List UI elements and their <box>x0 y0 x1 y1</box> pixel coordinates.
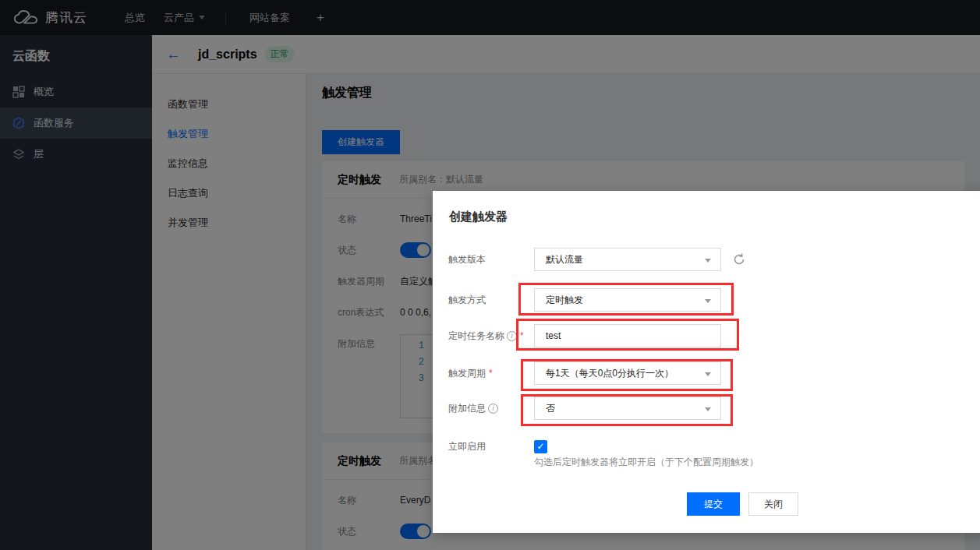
field-label-text: 定时任务名称 <box>448 330 504 343</box>
modal-row-task-name: 定时任务名称 * <box>448 324 721 347</box>
modal-row-extra: 附加信息 否 <box>448 397 721 420</box>
trigger-method-select[interactable]: 定时触发 <box>534 288 721 312</box>
chevron-down-icon <box>705 299 711 303</box>
field-label: 触发周期 * <box>448 367 534 380</box>
required-asterisk: * <box>489 368 493 379</box>
field-label: 定时任务名称 * <box>448 330 534 343</box>
trigger-cycle-select[interactable]: 每1天（每天0点0分执行一次） <box>534 361 721 385</box>
field-label: 附加信息 <box>448 402 534 415</box>
app: 腾讯云 总览 云产品 网站备案 + 云函数 概览 <box>0 0 980 550</box>
modal-row-method: 触发方式 定时触发 <box>448 288 721 312</box>
modal-row-version: 触发版本 默认流量 <box>448 248 746 271</box>
field-label: 立即启用 <box>448 440 534 453</box>
select-value: 定时触发 <box>546 294 583 307</box>
select-value: 否 <box>546 402 555 415</box>
field-label-text: 附加信息 <box>448 402 486 415</box>
required-asterisk: * <box>520 330 524 341</box>
field-label: 触发方式 <box>448 294 534 307</box>
modal-title: 创建触发器 <box>449 210 508 224</box>
chevron-down-icon <box>705 259 711 263</box>
select-value: 每1天（每天0点0分执行一次） <box>546 367 674 380</box>
info-icon[interactable] <box>488 404 498 414</box>
enable-now-checkbox[interactable] <box>534 440 547 453</box>
modal-row-cycle: 触发周期 * 每1天（每天0点0分执行一次） <box>448 361 721 385</box>
modal-row-enable: 立即启用 <box>448 435 547 458</box>
extra-info-select[interactable]: 否 <box>534 397 721 420</box>
chevron-down-icon <box>705 372 711 376</box>
enable-hint: 勾选后定时触发器将立即开启（于下个配置周期触发） <box>534 456 759 469</box>
trigger-version-select[interactable]: 默认流量 <box>534 248 721 271</box>
task-name-input[interactable] <box>534 324 721 347</box>
submit-button[interactable]: 提交 <box>687 492 740 516</box>
close-button[interactable]: 关闭 <box>748 492 798 516</box>
select-value: 默认流量 <box>546 253 583 266</box>
refresh-icon[interactable] <box>732 252 746 266</box>
chevron-down-icon <box>705 407 711 411</box>
create-trigger-modal: 创建触发器 触发版本 默认流量 触发方式 定时触发 定时任 <box>433 191 980 533</box>
info-icon[interactable] <box>507 331 517 341</box>
field-label: 触发版本 <box>448 253 534 266</box>
field-label-text: 触发周期 <box>448 367 486 380</box>
